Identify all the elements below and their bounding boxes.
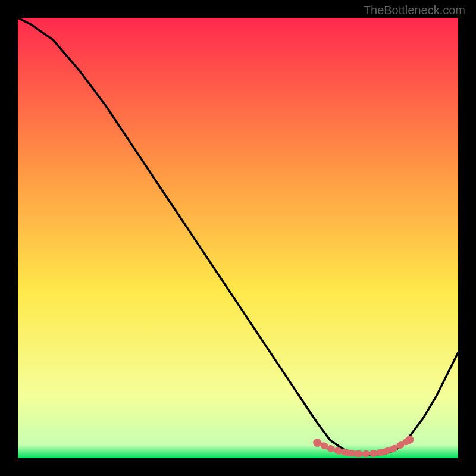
highlight-dot	[397, 441, 404, 448]
highlight-dot	[353, 450, 360, 457]
highlight-dot	[336, 448, 343, 455]
highlight-dot	[327, 445, 334, 452]
highlight-dot	[313, 439, 321, 447]
chart-container	[18, 18, 458, 458]
highlight-dot	[380, 449, 387, 455]
watermark-text: TheBottleneck.com	[364, 4, 465, 17]
highlight-dot	[362, 450, 369, 457]
highlight-dot	[406, 436, 414, 444]
gradient-background	[18, 18, 458, 458]
highlight-dot	[345, 450, 352, 456]
highlight-dot	[389, 446, 396, 453]
highlight-dot	[371, 450, 378, 456]
chart-svg	[18, 18, 458, 458]
